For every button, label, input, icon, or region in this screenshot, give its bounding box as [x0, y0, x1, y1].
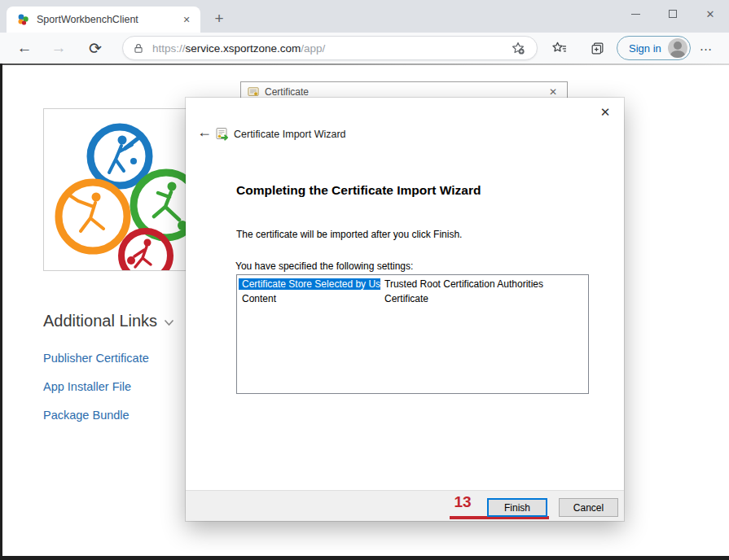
browser-window: SportWorkbenchClient ✕ + ✕ ← → ⟳ https:/…	[0, 0, 729, 560]
finish-button[interactable]: Finish	[487, 498, 547, 517]
link-publisher-certificate[interactable]: Publisher Certificate	[43, 352, 149, 365]
sports-rings-graphic	[44, 109, 189, 270]
cancel-button[interactable]: Cancel	[559, 498, 618, 517]
url-host: service.xsportzone.com	[186, 42, 301, 55]
avatar-body	[670, 50, 685, 58]
back-button[interactable]: ←	[13, 37, 36, 59]
wizard-heading: Completing the Certificate Import Wizard	[236, 183, 481, 198]
window-controls: ✕	[617, 0, 729, 28]
wizard-back-button[interactable]: ←	[195, 124, 214, 142]
browser-toolbar: ← → ⟳ https://service.xsportzone.com/app…	[0, 33, 729, 63]
annotation-step-number: 13	[448, 493, 477, 511]
url-text: https://service.xsportzone.com/app/	[152, 42, 506, 55]
window-edge-top	[0, 63, 729, 65]
collections-icon	[590, 41, 605, 56]
url-path: /app/	[301, 42, 325, 55]
tab-strip: SportWorkbenchClient ✕ + ✕	[0, 0, 729, 33]
page-content: Additional Links Publisher Certificate A…	[0, 63, 729, 560]
setting-name-store[interactable]: Certificate Store Selected by User	[239, 278, 380, 290]
tab-close-icon[interactable]: ✕	[179, 12, 194, 27]
tab-title: SportWorkbenchClient	[37, 14, 179, 25]
window-close-icon: ✕	[706, 8, 715, 20]
profile-avatar	[668, 38, 687, 58]
certificate-dialog-title: Certificate	[265, 86, 549, 98]
settings-listbox[interactable]: Certificate Store Selected by User Trust…	[236, 274, 589, 394]
additional-links-section: Additional Links Publisher Certificate A…	[43, 312, 174, 330]
wizard-description: The certificate will be imported after y…	[236, 229, 462, 240]
setting-value-store: Trusted Root Certification Authorities	[380, 278, 547, 290]
certificate-import-wizard-icon	[215, 127, 230, 142]
settings-row-store[interactable]: Certificate Store Selected by User Trust…	[239, 277, 588, 291]
window-edge-bottom	[0, 556, 729, 560]
wizard-close-button[interactable]: ✕	[595, 103, 616, 122]
collections-button[interactable]	[585, 36, 609, 60]
lock-icon	[133, 42, 144, 55]
window-minimize-button[interactable]	[617, 0, 654, 28]
favorites-button[interactable]	[547, 36, 572, 60]
maximize-icon	[669, 10, 677, 18]
additional-links-label: Additional Links	[43, 312, 157, 330]
window-maximize-button[interactable]	[654, 0, 692, 28]
favorites-star-icon	[551, 40, 568, 56]
link-package-bundle[interactable]: Package Bundle	[43, 409, 130, 422]
wizard-title: Certificate Import Wizard	[234, 129, 346, 140]
link-app-installer-file[interactable]: App Installer File	[43, 380, 131, 393]
sign-in-button[interactable]: Sign in	[617, 36, 691, 60]
address-bar[interactable]: https://service.xsportzone.com/app/	[122, 36, 538, 60]
reload-button[interactable]: ⟳	[84, 37, 107, 59]
additional-links-heading[interactable]: Additional Links	[43, 312, 174, 330]
sign-in-label: Sign in	[629, 42, 661, 55]
certificate-icon	[248, 86, 259, 98]
url-scheme: https://	[152, 42, 186, 55]
add-favorite-button[interactable]	[506, 36, 530, 60]
setting-value-content: Certificate	[380, 293, 433, 304]
wizard-footer: 13 Finish Cancel	[186, 490, 624, 521]
minimize-icon	[631, 14, 640, 15]
browser-tab[interactable]: SportWorkbenchClient ✕	[7, 7, 200, 33]
window-close-button[interactable]: ✕	[692, 0, 729, 28]
forward-button[interactable]: →	[47, 37, 70, 59]
certificate-import-wizard-dialog: ✕ ← Certificate Import Wizard Completing…	[186, 98, 624, 521]
chevron-down-icon	[164, 319, 174, 326]
browser-menu-button[interactable]: …	[694, 37, 718, 59]
sports-logo-image	[43, 108, 190, 271]
settings-caption: You have specified the following setting…	[235, 260, 413, 272]
new-tab-button[interactable]: +	[209, 9, 230, 30]
settings-row-content[interactable]: Content Certificate	[239, 291, 588, 306]
star-add-icon	[511, 41, 525, 55]
window-edge-left	[0, 63, 2, 560]
avatar-head	[674, 42, 682, 50]
setting-name-content[interactable]: Content	[239, 293, 380, 304]
certificate-dialog-close-icon[interactable]: ✕	[549, 86, 560, 98]
site-favicon-icon	[16, 13, 29, 26]
